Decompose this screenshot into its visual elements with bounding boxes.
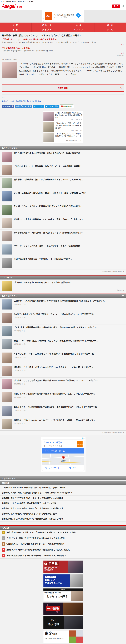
- website-button[interactable]: ウェブサイト: [42, 465, 63, 471]
- ad-info-icon[interactable]: i: [82, 437, 83, 439]
- sponsor-link[interactable]: オトナ肌の生まれ変わりに着目♪: [2, 47, 124, 49]
- item-date: (2020年3月3日): [14, 330, 98, 332]
- nav-entame[interactable]: エンタメ: [63, 27, 95, 32]
- pr-label: PR／ヘルスアップ: [55, 129, 83, 132]
- banner-syokuraku-web[interactable]: 食楽webSYOKURAKU美食と酒の悦楽探求 webマガジン: [43, 630, 83, 643]
- related-link[interactable]: 橋本環奈、映画「銀魂2」出演決定！見どころは「胸揺れ音頭」だッ: [0, 511, 126, 516]
- list-item[interactable]: 落胆したの！？桜井日奈子の“橋本環奈絡み”告白に世間から「失礼！」の洗礼 | ア…: [0, 391, 126, 404]
- site-logo[interactable]: Asagei+plus: [2, 4, 22, 9]
- tags-heading: タグ: [2, 96, 124, 99]
- list-item[interactable]: 「紅白“出場”女性歌手ら8芸能人の薬物疑惑」報道で「次はダレが逮捕？」衝撃！ |…: [0, 324, 126, 338]
- social-news-button[interactable]: Social News: [60, 104, 74, 108]
- ranking-item[interactable]: 2「サンジャポ」卒業、西川史子“激痩せ”も指摘されたキャラ作りの苦悩: [0, 536, 126, 541]
- section-related-header: 関連記事: [0, 481, 126, 485]
- banner-ippai-sakaba[interactable]: 一杯酒場: [44, 602, 83, 615]
- pr-ad[interactable]: 「トイレが必ず詰まります」飲む腸内洗浄で10年分の宿便がドバパッ！PR／株式会社…: [43, 132, 83, 142]
- read-more-button[interactable]: 全文を読む ❯: [2, 84, 124, 92]
- list-item[interactable]: 桐谷美玲、「デカ盛りナポリタン食いをアピール」も巻き起こった心配の声 | アサ芸…: [0, 364, 126, 378]
- item-thumbnail: [2, 218, 12, 228]
- related-link[interactable]: 橋本環奈“朝っぱらからの超肉食ぶり”が「好感度急上昇」につながるワケ！: [0, 516, 126, 522]
- section-special-header: スペシャル: [0, 275, 126, 280]
- popin-attribution: Contentmatic powered by popIn: [0, 430, 126, 435]
- tag-link[interactable]: 銀魂: [38, 100, 41, 102]
- list-item[interactable]: 相葉雅紀、「嵐にしやがれ」ロケ地でファンが「迷惑行為」大騒動の一部始終 | アサ…: [0, 417, 126, 430]
- logo-plus: +plus: [15, 5, 22, 8]
- banner-docchi-kenkougaku[interactable]: 秋津壽男 オトコの悩みをズバリ回答「どっち?」の健康学: [43, 588, 83, 601]
- list-item[interactable]: GACKTは本気度ゼロでお遊び？/芸能ユーチューバー「成否の境い目」（6） | …: [0, 311, 126, 324]
- route-button[interactable]: ルート: [63, 465, 84, 471]
- search-icon[interactable]: [122, 5, 125, 8]
- pr-label: PR／ヘルスアップ: [55, 118, 83, 121]
- item-date: (2020年3月26日): [14, 396, 95, 398]
- hatena-bookmark-button[interactable]: B! B!ブックマーク 0: [15, 104, 32, 108]
- tag-link[interactable]: 芸能: [2, 100, 5, 102]
- related-list: 二の腕が水卜麻美アナ級！？橋本環奈、驚きのポッチャリ化になぜかエールが… 橋本環…: [0, 485, 126, 522]
- tag-link[interactable]: 橋本環奈: [16, 100, 22, 102]
- mahjong-tile-icon: 中: [44, 562, 47, 565]
- pr-ad[interactable]: 75kgだった肥満主婦が！医師の夫が勧めるある1つの習慣で体重激減で号泣！PR／…: [43, 111, 83, 122]
- list-item[interactable]: 鷲見玲奈アナ、テレ東退社秒読みで過激化する「生脚＆爆胸見せ大サービス」！ | ア…: [0, 404, 126, 417]
- ad-arrow-icon[interactable]: ➜: [75, 12, 81, 18]
- related-link[interactable]: 橋本環奈、全力コメディ演技が大好評で「次は全力艶シーン」を切望する声！: [0, 506, 126, 511]
- related-link[interactable]: 橋本環奈、実写版「銀魂」の神楽役に決定も下ネタ、嘔吐、鼻ホジでイメージ崩壊！？: [0, 490, 126, 496]
- nav-jiken[interactable]: 事 件: [0, 27, 32, 32]
- ranking-item[interactable]: 5水着の奥が見えそう！菜々緒の肌見せ動画に「チラっと見え」疑惑が浮上: [0, 553, 126, 558]
- list-item[interactable]: 服から胸がこぼれる！石川秀美の娘・薬丸玲美の極大バスト写真がスゴすぎッ: [0, 150, 126, 163]
- nav-shakai[interactable]: 社 会: [63, 22, 95, 27]
- related-link[interactable]: 橋本環奈、「動くうさ耳帽子」姿の衝撃的可愛らしさにファン歓喜！: [0, 501, 126, 506]
- special-item[interactable]: “育毛の父”で有名な「CHAP UP」がアラフォー世代に必要なワケ Sponso…: [0, 280, 126, 293]
- ad-info-icon[interactable]: i: [43, 18, 45, 20]
- tag-link[interactable]: ぽっちゃり: [6, 100, 15, 102]
- follow-button[interactable]: フォローする: [45, 104, 59, 108]
- banner-mono-joho[interactable]: 注目！モノ情報: [44, 616, 83, 629]
- list-item[interactable]: 坂口杏里、しぶとくも若さだけの不安/芸能ユーチューバー「成否の境い目」（9） |…: [0, 378, 126, 391]
- ad-close-icon[interactable]: X: [43, 20, 44, 22]
- tag-link[interactable]: 警視庁いきもの係: [23, 100, 37, 102]
- item-thumbnail: [2, 366, 12, 376]
- sponsor-link[interactable]: 「煙の量がハンパない」健康志向に爆売れの激うま新型電子タバコ: [2, 38, 124, 41]
- nav-sports[interactable]: スポーツ: [32, 22, 63, 27]
- banner-hair-care[interactable]: こっそり始める40歳からの髪対策マニュアル: [44, 574, 83, 587]
- list-item[interactable]: 新型コロナ、「封鎖2カ月」武漢市街「報じられない遺体放置動画」の戦慄中身！ | …: [0, 338, 126, 351]
- list-item[interactable]: 深田恭子が妖艶ドレス姿を披露！胸の渓谷より目を引いた“肉感的な部位”とは？: [0, 230, 126, 243]
- list-item[interactable]: 「後ろから突きたい！」岡副麻希、猫伸びポーズにまたも妄想爆発の声殺到！: [0, 163, 126, 176]
- list-item[interactable]: 妊娠中だけど大丈夫？高橋真麻、まさかの激ヤバ変化で「Gカップに危機」が！: [0, 216, 126, 230]
- list-item[interactable]: テレ朝・三谷紬、ダイエットに挑戦も“男性ファンから悲鳴”の「切実な理由」: [0, 203, 126, 216]
- item-thumbnail: [2, 419, 12, 429]
- banner-asajan[interactable]: 中 アサ雀意外と知らない!?麻雀の世界: [44, 560, 83, 573]
- top-button[interactable]: TOP: [112, 4, 120, 8]
- rank-badge: 2: [2, 536, 5, 540]
- ad-line1: au家族でんき割がおすすめ: [54, 14, 74, 16]
- banner-photo: [68, 560, 83, 573]
- nav-seiji[interactable]: 政 治: [94, 22, 126, 27]
- map-ad-banner[interactable]: Tポイントが貯まる。使える。: [42, 448, 84, 454]
- ad-close-icon[interactable]: X: [83, 437, 84, 439]
- ranking-item[interactable]: 3安倍昭恵夫人、「私的な“桜を見る会”を楽しんだ」写真報道で批判殺到！: [0, 541, 126, 547]
- nav-otona[interactable]: 大 人: [94, 27, 126, 32]
- related-link[interactable]: 二の腕が水卜麻美アナ級！？橋本環奈、驚きのポッチャリ化になぜかエールが…: [0, 485, 126, 490]
- item-thumbnail: [2, 205, 12, 215]
- like-button[interactable]: いいね！ 0: [2, 104, 14, 108]
- list-item[interactable]: 中国が極秘実施「武漢コロナ予行演習」（上）中国当局が空港で…: [0, 256, 126, 270]
- ranking-item[interactable]: 1人前で夜の営みを！？沢尻エリカ、「18歳からクスリ漬け＆ハメまくり生活」の衝撃: [0, 530, 126, 536]
- main-nav: 芸 能 スポーツ 社 会 政 治 事 件 女子アナ エンタメ 大 人: [0, 22, 126, 32]
- list-item[interactable]: マギーが「ピラティス写真」公開！「まるでアンダーウエア」な服装に騒然: [0, 243, 126, 256]
- au-ad-card[interactable]: au au家族でんき割がおすすめ ａｕショップ 草加 ➜ i X: [42, 10, 84, 22]
- ad-label: 広告: [2, 52, 124, 54]
- list-item[interactable]: 熊田曜子、〈男子禁制〉胸ドアップ公開動画の「まるでマッパ！」なシーンとは？: [0, 176, 126, 190]
- nav-joshiana[interactable]: 女子アナ: [32, 27, 63, 32]
- list-item[interactable]: 広瀬すず、「男の前で服を脱ぎ捨て」事件で“佐藤健との学生時代の肌着姿”にも注目が…: [0, 298, 126, 311]
- map-image[interactable]: 川口市: [42, 454, 84, 465]
- section-osusume-header: あなたにオススメPR: [0, 294, 126, 298]
- related-link[interactable]: 橋本環奈、主演ドラマで初見せした「ボイ〜ン」胸揺れにファンが大興奮！: [0, 496, 126, 501]
- pr-ad[interactable]: 「腸内洗浄なんて不要」1日1分習慣で腐った脂肪がドバドバっ痩せすぎ注…意!?PR…: [43, 122, 83, 132]
- item-thumbnail: [2, 392, 12, 402]
- twitter-bird-icon: [34, 105, 36, 107]
- section-recommend-header: あなたにおすすめ: [0, 146, 126, 150]
- nav-geinou[interactable]: 芸 能: [0, 22, 32, 27]
- ranking-item[interactable]: 4落胆したの！？桜井日奈子の“橋本環奈絡み”告白に世間から「失礼！」の洗礼: [0, 547, 126, 553]
- list-item[interactable]: テレ朝・三谷紬が胸を揺らし汗だく奮闘！「ぶるるんトレ動画」が大注目モノだッ: [0, 190, 126, 203]
- item-date: (2020年3月23日): [14, 370, 93, 372]
- tweet-button[interactable]: ツイート: [33, 104, 44, 108]
- list-item[interactable]: R-1ぐらんぷり、ワタリ119の敗因はアノ審査員の“バランス感覚”のせい！？ |…: [0, 351, 126, 364]
